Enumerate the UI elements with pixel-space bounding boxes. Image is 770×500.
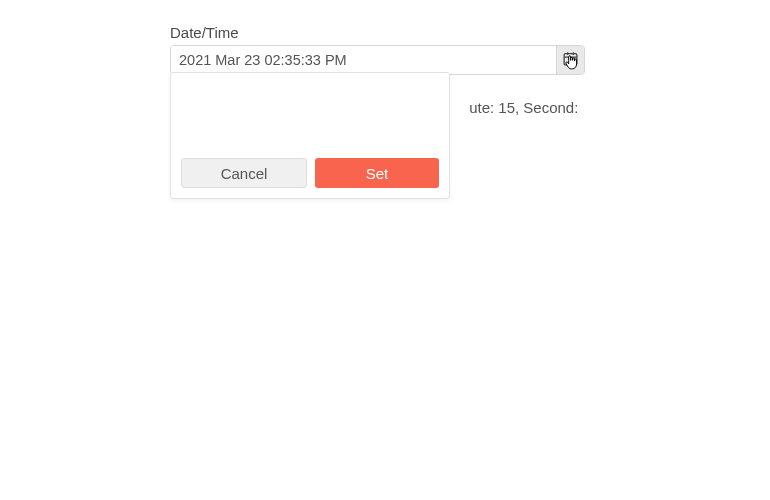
cancel-button[interactable]: Cancel (181, 158, 307, 188)
datetime-input-wrapper (170, 45, 585, 75)
calendar-icon (562, 50, 579, 70)
datetime-picker-popup: Cancel Set (170, 72, 450, 199)
datetime-label: Date/Time (170, 24, 585, 41)
set-button[interactable]: Set (315, 158, 439, 188)
svg-rect-0 (564, 54, 577, 65)
datetime-input[interactable] (171, 46, 556, 74)
calendar-button[interactable] (556, 46, 584, 74)
